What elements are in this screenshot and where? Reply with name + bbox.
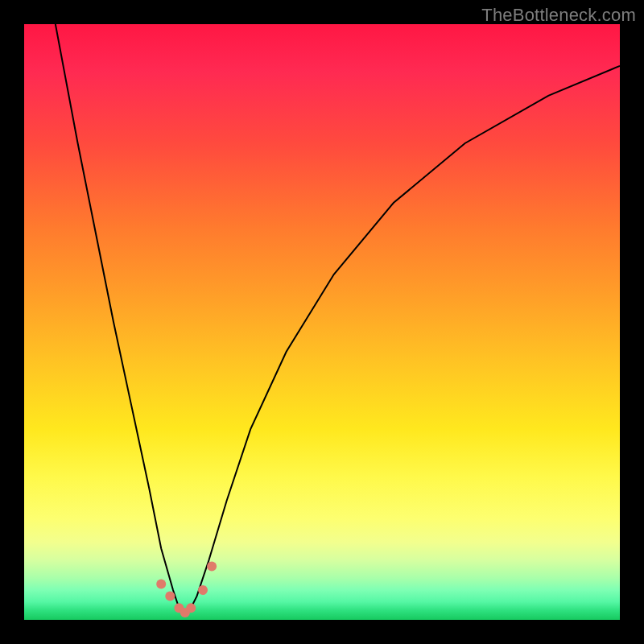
highlight-dot <box>165 591 175 601</box>
highlight-dot <box>156 580 166 589</box>
highlight-dot <box>198 585 208 595</box>
chart-frame: TheBottleneck.com <box>0 0 644 644</box>
chart-svg <box>24 24 620 620</box>
highlight-dots <box>156 561 217 617</box>
highlight-dot <box>207 561 217 571</box>
bottleneck-curve <box>24 0 620 614</box>
watermark: TheBottleneck.com <box>481 5 636 26</box>
highlight-dot <box>186 603 196 613</box>
